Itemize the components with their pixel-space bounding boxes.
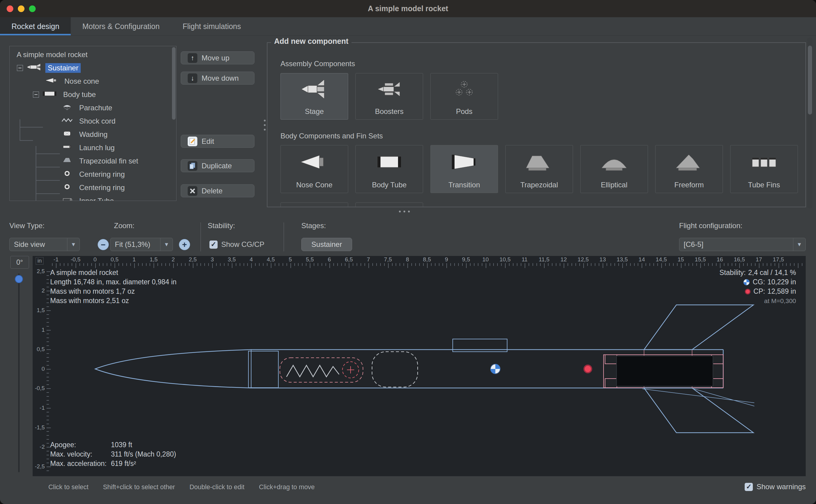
component-clipped-button[interactable] <box>280 202 348 207</box>
tree-item[interactable]: Sustainer <box>10 61 171 75</box>
nose-cone-outline[interactable] <box>95 350 251 388</box>
zoom-out-button[interactable]: − <box>98 239 109 250</box>
parachute-icon <box>61 103 73 112</box>
wadding-outline[interactable] <box>372 352 418 387</box>
view-type-select[interactable]: Side view ▼ <box>9 238 80 251</box>
tab-flight-simulations[interactable]: Flight simulations <box>171 17 252 35</box>
component-boosters-button[interactable]: Boosters <box>355 73 423 120</box>
close-window-button[interactable] <box>7 5 13 12</box>
move-up-button[interactable]: ↑ Move up <box>181 51 254 64</box>
fin-set-icon <box>61 157 73 166</box>
rotation-slider-thumb[interactable] <box>15 275 23 283</box>
tree-item[interactable]: Inner Tube <box>10 194 171 201</box>
centering-ring-icon <box>61 183 73 192</box>
tree-item[interactable]: Launch lug <box>10 141 171 154</box>
vertical-splitter-handle[interactable] <box>264 120 266 131</box>
zoom-in-button[interactable]: + <box>179 239 190 250</box>
component-stage-button[interactable]: Stage <box>280 73 348 120</box>
cp-legend-icon <box>744 288 751 295</box>
delete-x-icon <box>188 186 197 196</box>
tree-item-label: A simple model rocket <box>14 50 90 60</box>
component-body-tube-button[interactable]: Body Tube <box>355 145 423 193</box>
duplicate-button[interactable]: Duplicate <box>181 159 254 172</box>
zoom-value: Fit (51,3%) <box>111 240 160 249</box>
component-trapezoidal-button[interactable]: Trapezoidal <box>505 145 573 193</box>
boosters-icon <box>373 73 406 105</box>
rocket-info-block: A simple model rocket Length 16,748 in, … <box>50 268 176 305</box>
show-warnings-checkbox-row[interactable]: ✓ Show warnings <box>745 483 806 491</box>
checkbox-checked-icon[interactable]: ✓ <box>209 241 218 249</box>
tree-item[interactable]: Parachute <box>10 101 171 115</box>
collapse-handle-icon[interactable] <box>17 65 23 71</box>
maximize-window-button[interactable] <box>29 5 36 12</box>
rotation-slider-track[interactable] <box>18 273 20 472</box>
flight-configuration-select[interactable]: [C6-5] ▼ <box>679 238 806 251</box>
component-elliptical-button[interactable]: Elliptical <box>580 145 648 193</box>
launch-lug-icon <box>61 143 73 152</box>
tree-item[interactable]: Wadding <box>10 128 171 141</box>
collapse-handle-icon[interactable] <box>33 92 39 98</box>
tab-motors-configuration[interactable]: Motors & Configuration <box>71 17 171 35</box>
cp-marker <box>584 365 592 373</box>
controls-divider <box>200 222 201 251</box>
centering-ring-outline[interactable] <box>605 379 617 388</box>
tree-item[interactable]: A simple model rocket <box>10 48 171 61</box>
tree-item[interactable]: Shock cord <box>10 115 171 128</box>
centering-ring-outline[interactable] <box>605 355 617 364</box>
delete-button[interactable]: Delete <box>181 184 254 197</box>
tree-item[interactable]: Centering ring <box>10 168 171 181</box>
window-title: A simple model rocket <box>368 4 448 13</box>
minimize-window-button[interactable] <box>18 5 24 12</box>
tree-item-label: Centering ring <box>77 170 127 179</box>
motor-block[interactable] <box>617 356 713 386</box>
component-pods-button[interactable]: Pods <box>430 73 498 120</box>
edit-button[interactable]: Edit <box>181 135 254 148</box>
edit-pencil-icon <box>188 137 197 146</box>
rocket-length-text: Length 16,748 in, max. diameter 0,984 in <box>50 277 176 287</box>
hint-click-select: Click to select <box>48 483 89 491</box>
shock-cord-zigzag[interactable] <box>287 365 339 377</box>
component-tube-fins-button[interactable]: Tube Fins <box>730 145 798 193</box>
tree-item[interactable]: Trapezoidal fin set <box>10 154 171 168</box>
chevron-down-icon: ▼ <box>793 238 805 251</box>
rocket-view-canvas[interactable]: -1-0,500,511,522,533,544,555,566,577,588… <box>33 256 806 476</box>
tree-item[interactable]: Centering ring <box>10 181 171 194</box>
view-type-value: Side view <box>10 240 67 249</box>
rocket-mass-empty-text: Mass with no motors 1,7 oz <box>50 287 176 296</box>
zoom-select[interactable]: Fit (51,3%) ▼ <box>110 238 173 251</box>
add-component-title: Add new component <box>271 37 351 46</box>
fin-bottom-outline[interactable] <box>644 388 753 433</box>
checkbox-checked-icon[interactable]: ✓ <box>745 483 753 491</box>
component-tree-panel[interactable]: A simple model rocket Sustainer Nose con… <box>9 46 176 201</box>
tree-item-label: Inner Tube <box>77 196 116 201</box>
component-freeform-button[interactable]: Freeform <box>655 145 723 193</box>
tree-scrollbar[interactable] <box>172 47 176 120</box>
component-nose-cone-button[interactable]: Nose Cone <box>280 145 348 193</box>
shock-cord-icon <box>61 117 73 126</box>
edit-label: Edit <box>202 137 214 146</box>
rocket-mass-motors-text: Mass with motors 2,51 oz <box>50 296 176 305</box>
acceleration-value: 619 ft/s² <box>111 459 176 468</box>
move-up-label: Move up <box>202 54 229 62</box>
centering-ring-icon <box>61 170 73 179</box>
horizontal-splitter-handle[interactable] <box>399 211 410 212</box>
hint-drag: Click+drag to move <box>259 483 315 491</box>
move-down-button[interactable]: ↓ Move down <box>181 72 254 85</box>
hint-double-click: Double-click to edit <box>189 483 244 491</box>
stage-sustainer-toggle[interactable]: Sustainer <box>301 238 352 251</box>
right-scrollbar-thumb[interactable] <box>808 46 812 115</box>
chevron-down-icon: ▼ <box>67 238 79 251</box>
fin-top-outline[interactable] <box>644 305 753 350</box>
component-clipped-button[interactable] <box>355 202 423 207</box>
arrow-down-icon: ↓ <box>188 73 197 83</box>
tab-rocket-design[interactable]: Rocket design <box>0 17 71 35</box>
freeform-fin-icon <box>672 145 706 178</box>
nose-cone-icon <box>298 145 331 178</box>
status-hints: Click to select Shift+click to select ot… <box>48 483 315 491</box>
tree-item[interactable]: Body tube <box>10 88 171 101</box>
component-transition-button[interactable]: Transition <box>430 145 498 193</box>
show-cgcp-checkbox-row[interactable]: ✓ Show CG/CP <box>209 240 264 249</box>
component-label: Boosters <box>375 107 404 116</box>
nose-shoulder-outline[interactable] <box>248 351 278 388</box>
tree-item[interactable]: Nose cone <box>10 75 171 88</box>
